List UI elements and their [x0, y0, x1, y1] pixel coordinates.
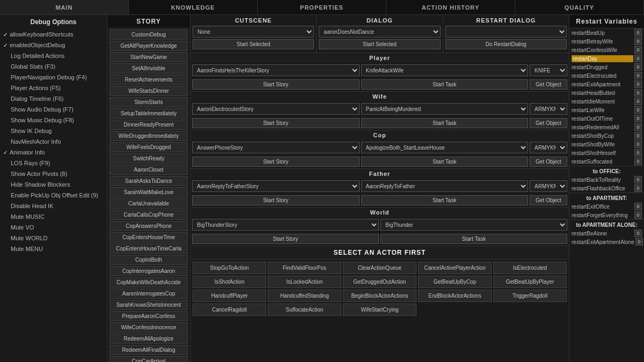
- char-start-story-btn-player[interactable]: Start Story: [192, 79, 360, 90]
- char-object-dropdown-cop[interactable]: ARMYKNIFE: [530, 142, 567, 153]
- sidebar-item-16[interactable]: Disable Head IK: [0, 201, 107, 211]
- restart-dialog-dropdown[interactable]: [445, 26, 567, 38]
- char-start-story-btn-father[interactable]: Start Story: [192, 195, 360, 205]
- char-start-task-btn-wife[interactable]: Start Task: [361, 118, 529, 128]
- story-btn-21[interactable]: CopInterrogatesAaron: [109, 266, 188, 276]
- var-btn-restartShotByWife[interactable]: 0: [634, 141, 642, 148]
- story-btn-4[interactable]: ResetAchievements: [109, 75, 188, 85]
- dialog-dropdown[interactable]: aaronDoesNotDance: [319, 26, 440, 38]
- var-label-restartShotByCop[interactable]: restartShotByCop: [572, 133, 633, 139]
- dialog-start-btn[interactable]: Start Selected: [319, 39, 440, 49]
- restart-dialog-btn[interactable]: Do RestartDialog: [445, 39, 567, 49]
- actor-btn-10[interactable]: HandcuffPlayer: [193, 290, 266, 302]
- var-btn-restartDay[interactable]: 0: [634, 55, 642, 62]
- story-btn-24[interactable]: SarahKnowsSheIsInnocent: [109, 300, 188, 310]
- var-btn-restartFlashbackOffice[interactable]: 0: [634, 184, 642, 192]
- actor-btn-1[interactable]: FindValidFloorPos: [268, 262, 341, 274]
- var-btn-restartExitApartmentAlone[interactable]: 0: [635, 238, 643, 246]
- story-btn-2[interactable]: StartNewGame: [109, 52, 188, 62]
- story-btn-10[interactable]: WifeFeelsDrugged: [109, 142, 188, 152]
- var-btn-restartExitOffice[interactable]: 0: [634, 203, 642, 210]
- actor-btn-14[interactable]: TriggerRagdoll: [493, 290, 567, 302]
- story-btn-6[interactable]: StormStarts: [109, 97, 188, 107]
- actor-btn-6[interactable]: IsLockedAction: [268, 276, 341, 288]
- char-get-object-btn-father[interactable]: Get Object: [530, 195, 567, 205]
- var-label-restartFlashbackOffice[interactable]: restartFlashbackOffice: [572, 186, 633, 191]
- var-label-restartDay[interactable]: restartDay: [572, 55, 633, 62]
- char-start-task-btn-father[interactable]: Start Task: [361, 195, 529, 205]
- var-label-restartBeAlone[interactable]: restartBeAlone: [572, 231, 633, 237]
- char-start-story-btn-wife[interactable]: Start Story: [192, 118, 360, 128]
- var-label-restartExitOffice[interactable]: restartExitOffice: [572, 204, 633, 210]
- sidebar-item-12[interactable]: LOS Rays (F9): [0, 158, 107, 168]
- var-label-restartLieWife[interactable]: restartLieWife: [572, 107, 633, 113]
- var-btn-restartBeAlone[interactable]: 0: [634, 230, 642, 237]
- var-btn-restartHeadButted[interactable]: 0: [634, 89, 642, 97]
- char-object-dropdown-father[interactable]: ARMYKNIFE: [530, 180, 567, 192]
- var-label-restartSuffocated[interactable]: restartSuffocated: [572, 159, 633, 165]
- char-story-dropdown-father[interactable]: AaronReplyToFatherStory: [192, 180, 360, 192]
- sidebar-item-7[interactable]: Show Audio Debug (F7): [0, 104, 107, 115]
- actor-btn-16[interactable]: SuffocateAction: [268, 304, 341, 316]
- char-story-dropdown-world[interactable]: BigThunderStory: [192, 219, 379, 231]
- char-object-dropdown-wife[interactable]: ARMYKNIFE: [530, 103, 567, 115]
- var-btn-restartElectrocuted[interactable]: 0: [634, 72, 642, 79]
- story-btn-20[interactable]: CopIntBoth: [109, 255, 188, 265]
- nav-action-history[interactable]: ACTION HISTORY: [386, 0, 515, 14]
- sidebar-item-1[interactable]: enabledObjectDebug: [0, 40, 107, 50]
- story-btn-28[interactable]: RedeemAllFinalDialog: [109, 345, 188, 355]
- var-label-restartElectrocuted[interactable]: restartElectrocuted: [572, 73, 633, 79]
- var-label-restartExitApartment[interactable]: restartExitApartment: [572, 82, 633, 87]
- char-task-dropdown-cop[interactable]: ApologizeBoth_StartLeaveHouse: [361, 142, 529, 153]
- story-btn-3[interactable]: SetAllInvisible: [109, 63, 188, 73]
- sidebar-item-9[interactable]: Show IK Debug: [0, 125, 107, 136]
- char-story-dropdown-cop[interactable]: AnswerPhoneStory: [192, 142, 360, 153]
- char-start-story-btn-cop[interactable]: Start Story: [192, 157, 360, 167]
- var-btn-restartBeatUp[interactable]: 0: [634, 29, 642, 36]
- var-btn-restartLieWife[interactable]: 0: [634, 106, 642, 114]
- var-btn-restartForgetEverything[interactable]: 0: [634, 211, 642, 219]
- sidebar-item-3[interactable]: Global Stats (F3): [0, 61, 107, 72]
- story-btn-0[interactable]: CustomDebug: [109, 29, 188, 40]
- sidebar-item-2[interactable]: Log Detailed Actions: [0, 50, 107, 61]
- var-label-restartConfessWife[interactable]: restartConfessWife: [572, 47, 633, 53]
- char-get-object-btn-wife[interactable]: Get Object: [530, 118, 567, 128]
- var-label-restartIdleMoment[interactable]: restartIdleMoment: [572, 99, 633, 105]
- var-btn-restartBetrayWife[interactable]: 0: [634, 38, 642, 45]
- sidebar-item-13[interactable]: Show Actor Pivots (8): [0, 168, 107, 179]
- var-label-restartExitApartmentAlone[interactable]: restartExitApartmentAlone: [572, 239, 634, 245]
- story-btn-1[interactable]: GetAllPlayerKnowledge: [109, 41, 188, 51]
- story-btn-23[interactable]: AaronInterrogatesCop: [109, 289, 188, 299]
- var-btn-restartDrugged[interactable]: 0: [634, 63, 642, 71]
- sidebar-item-11[interactable]: Animator Info: [0, 147, 107, 158]
- char-start-task-btn-cop[interactable]: Start Task: [361, 157, 529, 167]
- sidebar-item-18[interactable]: Mute VO: [0, 222, 107, 233]
- sidebar-item-4[interactable]: PlayerNavigation Debug (F4): [0, 72, 107, 83]
- story-btn-16[interactable]: CarlaCallsCopPhone: [109, 210, 188, 220]
- actor-btn-13[interactable]: EndBlockActorActions: [418, 290, 492, 302]
- char-task-dropdown-father[interactable]: AaronReplyToFather: [361, 180, 529, 192]
- char-task-dropdown-world[interactable]: BigThunder: [380, 219, 567, 231]
- actor-btn-5[interactable]: IsShotAction: [193, 276, 266, 288]
- sidebar-item-5[interactable]: Player Actions (F5): [0, 83, 107, 93]
- nav-quality[interactable]: QUALITY: [515, 0, 644, 14]
- sidebar-item-8[interactable]: Show Music Debug (F8): [0, 115, 107, 125]
- story-btn-29[interactable]: CopCarArrival: [109, 356, 188, 362]
- story-btn-15[interactable]: CarlaUnavailable: [109, 198, 188, 209]
- cutscene-start-btn[interactable]: Start Selected: [193, 39, 314, 49]
- var-btn-restartRedeemedAll[interactable]: 0: [634, 123, 642, 131]
- actor-btn-11[interactable]: HandcuffedStanding: [268, 290, 341, 302]
- story-btn-17[interactable]: CopAnswersPhone: [109, 221, 188, 231]
- actor-btn-9[interactable]: GetBeatUpByPlayer: [493, 276, 567, 288]
- var-label-restartHeadButted[interactable]: restartHeadButted: [572, 90, 633, 96]
- story-btn-22[interactable]: CopMakeWifeDeathAccide: [109, 277, 188, 287]
- char-start-task-btn-player[interactable]: Start Task: [361, 79, 529, 90]
- story-btn-13[interactable]: SarahAsksToDance: [109, 176, 188, 186]
- var-label-restartShotHimself[interactable]: restartShotHimself: [572, 150, 633, 156]
- sidebar-item-10[interactable]: NavMeshActor Info: [0, 136, 107, 147]
- sidebar-item-15[interactable]: Enable PickUp Obj Offset Edit (9): [0, 190, 107, 201]
- actor-btn-15[interactable]: CancelRagdoll: [193, 304, 266, 316]
- actor-btn-7[interactable]: GetDruggedOutAction: [343, 276, 416, 288]
- story-btn-26[interactable]: WifeConfessInnocence: [109, 322, 188, 333]
- actor-btn-8[interactable]: GetBeatUpByCop: [418, 276, 492, 288]
